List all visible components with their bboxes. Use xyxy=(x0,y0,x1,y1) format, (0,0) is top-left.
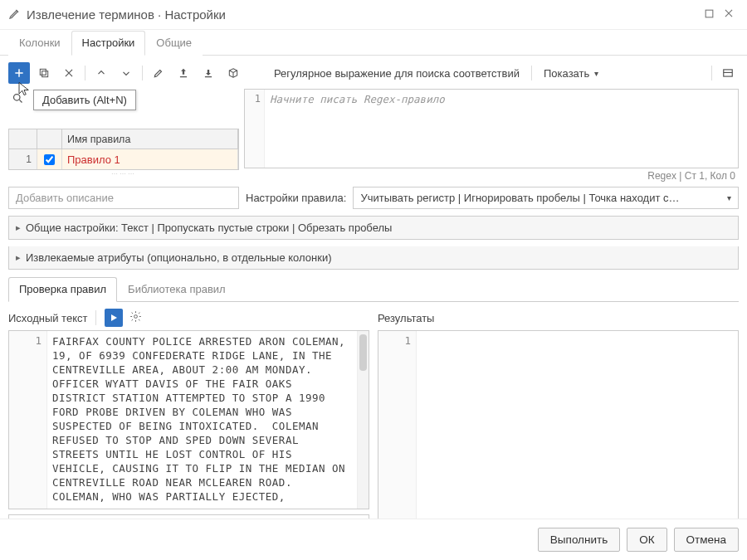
cursor-icon xyxy=(17,80,32,100)
results-box: 1 xyxy=(378,330,739,539)
add-tooltip: Добавить (Alt+N) xyxy=(33,90,136,110)
regex-label: Регулярное выражение для поиска соответс… xyxy=(267,67,526,80)
results-label: Результаты xyxy=(378,312,434,324)
move-up-button[interactable] xyxy=(90,62,112,84)
ok-button[interactable]: ОК xyxy=(627,528,666,552)
window-title: Извлечение терминов · Настройки xyxy=(27,7,699,22)
grid-header: Имя правила xyxy=(9,129,238,149)
source-text-content: FAIRFAX COUNTY POLICE ARRESTED ARON COLE… xyxy=(47,331,357,509)
grid-header-name[interactable]: Имя правила xyxy=(62,129,238,149)
svg-rect-1 xyxy=(42,71,48,77)
subtabs: Проверка правил Библиотека правил xyxy=(8,276,739,302)
regex-placeholder: Начните писать Regex-правило xyxy=(265,90,738,168)
delete-button[interactable] xyxy=(58,62,80,84)
export-button[interactable] xyxy=(173,62,194,84)
general-settings-panel[interactable]: ▸ Общие настройки: Текст | Пропускать пу… xyxy=(8,216,739,240)
svg-point-5 xyxy=(134,315,138,319)
rule-settings-dropdown[interactable]: Учитывать регистр | Игнорировать пробелы… xyxy=(353,187,739,209)
gear-icon[interactable] xyxy=(129,310,142,325)
show-dropdown[interactable]: Показать▾ xyxy=(537,64,605,83)
duplicate-button[interactable] xyxy=(33,62,55,84)
source-text-label: Исходный текст xyxy=(8,312,87,324)
cancel-button[interactable]: Отмена xyxy=(674,528,739,552)
regex-status: Regex | Ст 1, Кол 0 xyxy=(244,168,739,183)
edit-rule-button[interactable] xyxy=(148,62,169,84)
tab-general[interactable]: Общие xyxy=(145,31,203,56)
rule-toolbar: Регулярное выражение для поиска соответс… xyxy=(8,62,739,84)
source-text-editor[interactable]: 1 FAIRFAX COUNTY POLICE ARRESTED ARON CO… xyxy=(8,330,369,509)
chevron-right-icon: ▸ xyxy=(16,252,21,263)
tab-columns[interactable]: Колонки xyxy=(8,31,71,56)
rule-settings-label: Настройки правила: xyxy=(244,192,346,204)
rule-name-cell[interactable]: Правило 1 xyxy=(62,149,238,169)
chevron-right-icon: ▸ xyxy=(16,222,21,233)
top-tabs: Колонки Настройки Общие xyxy=(0,30,747,56)
scrollbar[interactable] xyxy=(357,331,369,509)
dialog-footer: Выполнить ОК Отмена xyxy=(0,519,747,560)
extracted-attributes-panel[interactable]: ▸ Извлекаемые атрибуты (опционально, в о… xyxy=(8,246,739,270)
regex-editor[interactable]: 1 Начните писать Regex-правило xyxy=(244,89,739,168)
pencil-icon xyxy=(8,7,22,22)
tab-settings[interactable]: Настройки xyxy=(71,31,146,56)
rules-grid: Имя правила 1 Правило 1 xyxy=(8,129,239,170)
package-button[interactable] xyxy=(222,62,244,84)
subtab-check-rules[interactable]: Проверка правил xyxy=(8,277,117,302)
grid-row[interactable]: 1 Правило 1 xyxy=(9,149,238,169)
move-down-button[interactable] xyxy=(115,62,137,84)
run-preview-button[interactable] xyxy=(105,309,123,327)
description-input[interactable]: Добавить описание xyxy=(8,187,239,209)
svg-rect-0 xyxy=(706,10,713,17)
import-button[interactable] xyxy=(198,62,219,84)
resize-handle[interactable]: ⋯⋯⋯ xyxy=(8,170,239,178)
layout-button[interactable] xyxy=(717,62,739,84)
svg-rect-2 xyxy=(40,69,46,75)
subtab-rule-library[interactable]: Библиотека правил xyxy=(117,277,237,302)
close-button[interactable] xyxy=(719,7,739,22)
maximize-button[interactable] xyxy=(699,8,719,22)
rule-enabled-checkbox[interactable] xyxy=(44,154,55,165)
titlebar: Извлечение терминов · Настройки xyxy=(0,0,747,30)
run-button[interactable]: Выполнить xyxy=(538,528,620,552)
